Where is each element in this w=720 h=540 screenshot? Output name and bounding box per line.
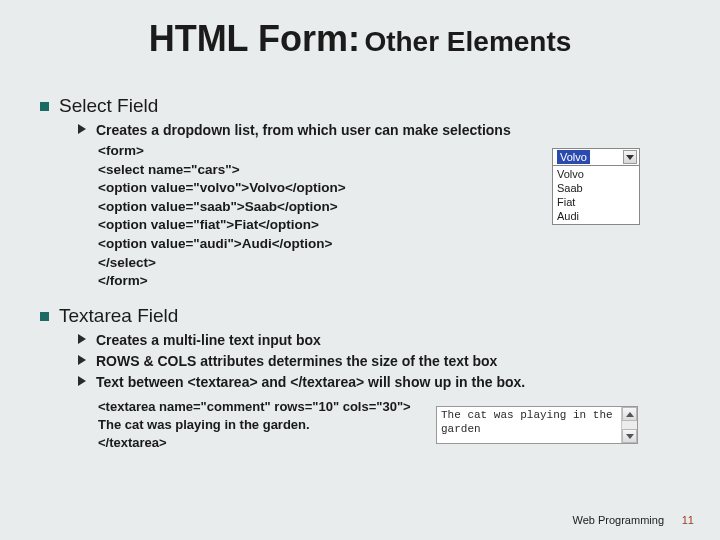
textarea-illustration[interactable]: The cat was playing in the garden [436, 406, 638, 444]
square-bullet-icon [40, 312, 49, 321]
dropdown-option[interactable]: Volvo [553, 167, 639, 181]
bullet-text: Creates a dropdown list, from which user… [96, 122, 511, 138]
slide: HTML Form: Other Elements Select Field C… [0, 0, 720, 540]
code-line: <option value="audi">Audi</option> [98, 235, 680, 254]
code-line: </form> [98, 272, 680, 291]
textarea-content: The cat was playing in the garden [441, 409, 613, 435]
bullet-line: Creates a multi-line text input box [78, 331, 680, 350]
bullet-text: ROWS & COLS attributes determines the si… [96, 353, 497, 369]
title-main: HTML Form: [149, 18, 360, 59]
code-line: </select> [98, 254, 680, 273]
chevron-down-icon[interactable] [623, 150, 637, 164]
dropdown-list: Volvo Saab Fiat Audi [553, 166, 639, 224]
triangle-bullet-icon [78, 334, 86, 344]
title-sub: Other Elements [364, 26, 571, 57]
dropdown-option[interactable]: Fiat [553, 195, 639, 209]
dropdown-illustration: Volvo Volvo Saab Fiat Audi [552, 148, 640, 225]
section-heading: Textarea Field [59, 305, 178, 326]
scroll-up-icon[interactable] [622, 407, 637, 421]
textarea-code-block: <textarea name="comment" rows="10" cols=… [98, 398, 428, 453]
bullet-text: Creates a multi-line text input box [96, 332, 321, 348]
section-textarea-field: Textarea Field [40, 305, 680, 327]
select-field-sub: Creates a dropdown list, from which user… [78, 121, 680, 140]
textarea-field-sub: Creates a multi-line text input box ROWS… [78, 331, 680, 392]
dropdown-option[interactable]: Audi [553, 209, 639, 223]
triangle-bullet-icon [78, 124, 86, 134]
section-select-field: Select Field [40, 95, 680, 117]
bullet-line: Text between <textarea> and </textarea> … [78, 373, 680, 392]
dropdown-selected-text: Volvo [557, 150, 590, 164]
footer-label: Web Programming [573, 514, 665, 526]
scrollbar[interactable] [621, 407, 637, 443]
section-heading: Select Field [59, 95, 158, 116]
bullet-line: Creates a dropdown list, from which user… [78, 121, 680, 140]
scroll-down-icon[interactable] [622, 429, 637, 443]
dropdown-selected-row[interactable]: Volvo [553, 149, 639, 166]
square-bullet-icon [40, 102, 49, 111]
bullet-line: ROWS & COLS attributes determines the si… [78, 352, 680, 371]
code-line: <textarea name="comment" rows="10" cols=… [98, 398, 428, 416]
slide-title: HTML Form: Other Elements [0, 0, 720, 58]
triangle-bullet-icon [78, 355, 86, 365]
bullet-text: Text between <textarea> and </textarea> … [96, 374, 525, 390]
dropdown-option[interactable]: Saab [553, 181, 639, 195]
triangle-bullet-icon [78, 376, 86, 386]
code-line: </textarea> [98, 434, 428, 452]
code-line: The cat was playing in the garden. [98, 416, 428, 434]
page-number: 11 [682, 514, 694, 526]
